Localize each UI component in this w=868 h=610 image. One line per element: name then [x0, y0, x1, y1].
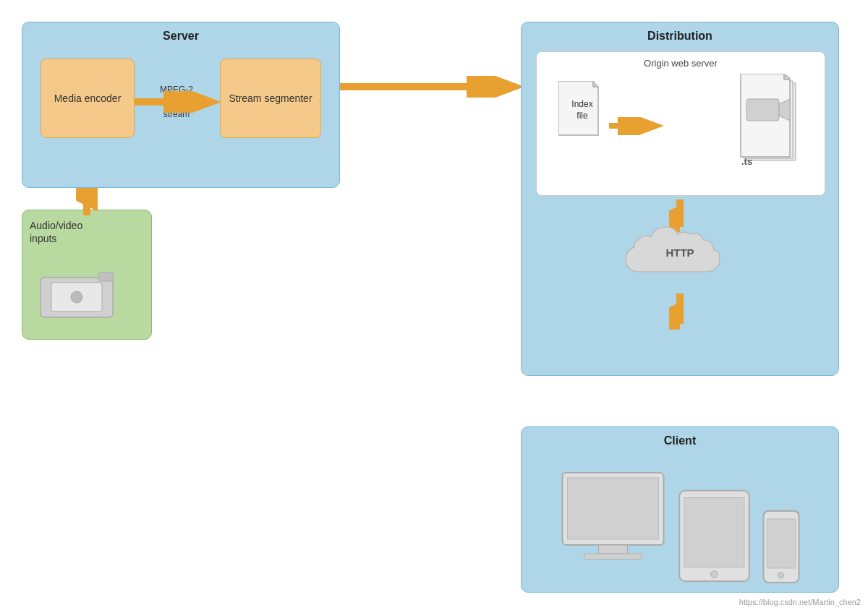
svg-marker-8 [593, 81, 598, 87]
stream-segmenter-box: Stream segmenter [220, 59, 321, 138]
server-title: Server [163, 30, 199, 43]
devices-container [559, 469, 801, 585]
index-file-label: Index file [564, 99, 600, 121]
client-title: Client [664, 434, 696, 447]
svg-marker-13 [784, 74, 790, 80]
svg-rect-4 [98, 272, 113, 281]
distribution-box: Distribution Origin web server Index fil… [521, 22, 839, 376]
http-label: HTTP [665, 246, 694, 259]
svg-rect-21 [584, 554, 642, 559]
svg-point-24 [711, 571, 718, 578]
origin-server-label: Origin web server [644, 58, 718, 69]
svg-point-27 [778, 572, 784, 578]
ts-label: .ts [741, 156, 752, 167]
watermark: https://blog.csdn.net/Martin_chen2 [739, 598, 861, 606]
av-inputs-label: Audio/video inputs [30, 219, 102, 245]
media-encoder-label: Media encoder [54, 92, 122, 105]
camera-icon [33, 267, 127, 325]
svg-rect-19 [568, 478, 659, 539]
index-file-container: Index file [558, 81, 605, 142]
http-to-client-arrow [669, 293, 691, 330]
origin-server-box: Origin web server Index file [536, 51, 825, 196]
server-box: Server Media encoder MPEG-2 transport st… [22, 22, 340, 188]
encoder-to-segmenter-arrow [135, 91, 221, 113]
svg-rect-23 [684, 497, 744, 567]
av-to-server-arrow [76, 188, 98, 217]
svg-rect-20 [599, 545, 628, 554]
main-diagram: Server Media encoder MPEG-2 transport st… [0, 0, 868, 610]
svg-rect-26 [767, 519, 796, 568]
distribution-title: Distribution [647, 30, 712, 43]
tablet-icon [675, 487, 754, 585]
svg-point-5 [71, 291, 82, 303]
http-cloud-container: HTTP [618, 214, 741, 290]
monitor-icon [559, 469, 668, 585]
index-to-ts-arrow [609, 117, 667, 135]
svg-rect-14 [746, 99, 779, 121]
stream-segmenter-label: Stream segmenter [229, 93, 312, 104]
av-inputs-box: Audio/video inputs [22, 210, 152, 340]
server-to-distribution-arrow [340, 76, 524, 98]
ts-files-stack: .ts [738, 74, 810, 171]
ts-files-icon [738, 74, 810, 168]
client-box: Client [521, 426, 839, 593]
media-encoder-box: Media encoder [41, 59, 135, 138]
phone-icon [762, 509, 801, 585]
